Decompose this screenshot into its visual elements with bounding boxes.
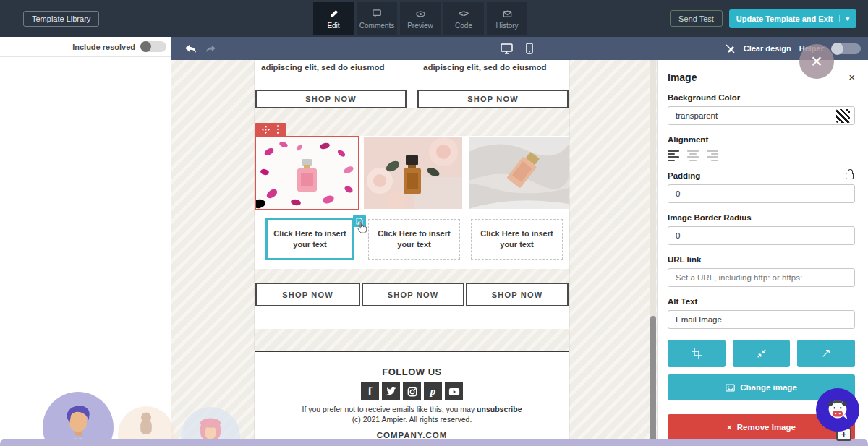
url-link-input[interactable] — [668, 268, 855, 287]
mode-tabs: Edit Comments Preview <> Code — [313, 2, 527, 35]
placeholder-text: Click Here to insert — [378, 228, 450, 239]
redo-icon — [205, 45, 216, 53]
template-library-button[interactable]: Template Library — [23, 11, 99, 27]
social-icons: f p — [255, 382, 569, 400]
unsubscribe-prefix: If you prefer not to receive emails like… — [302, 405, 477, 413]
email-image[interactable] — [364, 137, 462, 209]
include-resolved-toggle[interactable] — [140, 41, 166, 52]
collapse-icon — [757, 348, 767, 359]
tab-comments[interactable]: Comments — [357, 2, 397, 35]
twitter-icon[interactable] — [382, 382, 400, 400]
perfume-roses-image — [364, 137, 462, 209]
pencil-icon — [328, 9, 339, 20]
email-editor-app: Template Library Edit Comments Preview — [0, 0, 868, 446]
padding-label: Padding — [668, 171, 700, 180]
column-text[interactable]: adipiscing elit, sed do eiusmod — [423, 63, 547, 72]
code-icon: <> — [459, 9, 469, 20]
undo-button[interactable] — [184, 44, 197, 53]
chevron-down-icon[interactable]: ▾ — [839, 15, 849, 22]
align-right-icon[interactable] — [707, 150, 718, 161]
shop-now-button[interactable]: SHOP NOW — [466, 283, 569, 306]
tab-label: History — [495, 22, 518, 30]
chat-widget-button[interactable] — [816, 388, 859, 432]
pinterest-icon[interactable]: p — [424, 382, 442, 400]
image-icon — [726, 384, 735, 392]
canvas-scrollbar[interactable] — [650, 60, 656, 446]
row-menu-icon[interactable] — [277, 125, 279, 134]
toggle-knob — [140, 41, 151, 52]
border-radius-input[interactable] — [668, 226, 855, 245]
tab-edit[interactable]: Edit — [313, 2, 354, 35]
background-color-field[interactable]: transparent — [668, 106, 855, 125]
clear-design-icon — [726, 43, 736, 53]
tab-preview[interactable]: Preview — [400, 2, 441, 35]
tab-label: Comments — [359, 22, 394, 30]
text-placeholder[interactable]: Click Here to insert your text — [368, 219, 460, 260]
alt-text-input[interactable] — [668, 310, 855, 329]
align-center-icon[interactable] — [687, 150, 699, 161]
shop-now-button[interactable]: SHOP NOW — [255, 283, 360, 306]
text-placeholder-selected[interactable]: Click Here to insert your text — [265, 218, 354, 260]
text-placeholder[interactable]: Click Here to insert your text — [471, 219, 563, 260]
column-text[interactable]: adipiscing elit, sed do eiusmod — [261, 63, 385, 72]
help-toggle[interactable] — [832, 43, 861, 54]
background-color-value: transparent — [676, 111, 718, 120]
shop-now-button[interactable]: SHOP NOW — [417, 90, 569, 108]
mobile-view-button[interactable] — [526, 43, 533, 54]
tab-label: Edit — [327, 22, 339, 30]
tab-history[interactable]: History — [487, 2, 527, 35]
move-icon — [262, 126, 270, 134]
top-bar-actions: Send Test Update Template and Exit ▾ — [670, 0, 856, 37]
instagram-icon[interactable] — [403, 382, 421, 400]
comments-sidebar: Include resolved — [0, 37, 171, 446]
top-bar: Template Library Edit Comments Preview — [0, 0, 868, 37]
email-template: adipiscing elit, sed do eiusmod adipisci… — [255, 60, 569, 446]
unsubscribe-link[interactable]: unsubscribe — [477, 405, 522, 413]
shop-now-button[interactable]: SHOP NOW — [255, 90, 407, 108]
mouse-cursor — [355, 220, 369, 239]
transparent-swatch-icon — [836, 109, 850, 123]
send-test-button[interactable]: Send Test — [670, 10, 723, 27]
copyright-text: (c) 2021 Ampier. All rights reserved. — [255, 415, 569, 424]
shop-now-button[interactable]: SHOP NOW — [362, 283, 464, 306]
alignment-label: Alignment — [668, 135, 855, 144]
perfume-petals-image — [256, 137, 358, 209]
perfume-silk-image — [469, 137, 569, 209]
panel-title: Image — [668, 72, 697, 83]
close-panel-icon[interactable]: × — [848, 72, 855, 82]
history-icon — [502, 9, 513, 20]
alt-text-label: Alt Text — [668, 297, 855, 306]
row-drag-handle[interactable] — [255, 123, 286, 136]
crop-image-button[interactable] — [668, 340, 726, 367]
url-link-label: URL link — [668, 255, 855, 264]
section-gap — [255, 329, 569, 351]
undo-icon — [184, 44, 197, 53]
update-template-button[interactable]: Update Template and Exit ▾ — [729, 9, 856, 28]
desktop-icon — [501, 43, 513, 54]
padding-input[interactable] — [668, 184, 855, 203]
scrollbar-thumb[interactable] — [650, 316, 656, 446]
clear-design-button[interactable]: Clear design — [744, 44, 791, 53]
youtube-icon[interactable] — [445, 382, 463, 400]
crop-icon — [692, 348, 702, 359]
align-left-icon[interactable] — [668, 150, 679, 161]
overlay-close-button[interactable]: × — [799, 44, 834, 79]
placeholder-text: Click Here to insert — [480, 228, 553, 239]
desktop-view-button[interactable] — [501, 43, 513, 54]
shrink-image-button[interactable] — [733, 340, 791, 367]
expand-image-button[interactable] — [797, 340, 855, 367]
border-radius-label: Image Border Radius — [668, 213, 855, 222]
comments-icon — [372, 9, 383, 20]
expand-icon — [821, 348, 831, 359]
redo-button[interactable] — [205, 45, 216, 53]
email-image[interactable] — [469, 137, 569, 209]
lock-icon[interactable] — [846, 173, 854, 179]
placeholder-text: your text — [397, 239, 430, 250]
remove-x-icon: × — [727, 423, 732, 432]
placeholder-text: your text — [500, 239, 533, 250]
sidebar-divider — [0, 56, 171, 57]
tab-code[interactable]: <> Code — [443, 2, 484, 35]
facebook-icon[interactable]: f — [361, 382, 379, 400]
tab-label: Code — [455, 22, 472, 30]
email-image-selected[interactable] — [255, 136, 359, 210]
